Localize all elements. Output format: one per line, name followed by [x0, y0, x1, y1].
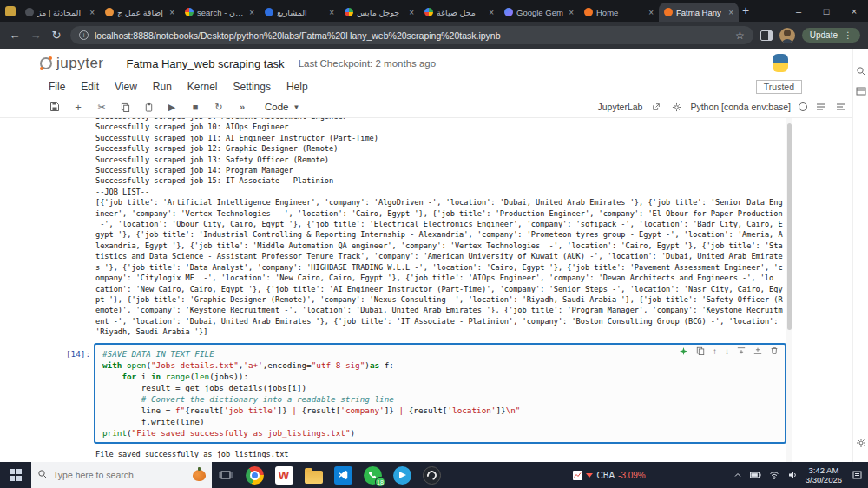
code-line[interactable]: #SAVE DATA IN TEXT FILE [102, 348, 778, 359]
code-line[interactable]: with open("Jobs details.txt",'a+',encodi… [102, 359, 778, 371]
new-tab-button[interactable]: + [742, 3, 749, 17]
taskbar-search-input[interactable] [53, 470, 187, 480]
code-line[interactable]: f.write(line) [102, 416, 778, 427]
menu-edit[interactable]: Edit [81, 81, 99, 93]
notebook-scrollbar[interactable] [786, 118, 792, 462]
action-center-icon[interactable] [852, 470, 864, 481]
insert-cell-above-icon[interactable] [737, 346, 746, 355]
minimize-button[interactable]: – [785, 0, 812, 22]
search-icon[interactable] [856, 66, 866, 76]
command-palette-icon[interactable] [815, 102, 827, 111]
move-cell-up-icon[interactable]: ↑ [713, 346, 717, 356]
insert-cell-below-icon[interactable] [753, 346, 762, 355]
jupyter-logo[interactable]: jupyter [40, 55, 104, 72]
browser-tab-1[interactable]: المحادثة | مز× [20, 3, 100, 22]
menu-kernel[interactable]: Kernel [187, 81, 218, 93]
cut-cells-icon[interactable]: ✂ [95, 102, 108, 113]
view-menu-icon[interactable] [835, 102, 847, 111]
tab-close-icon[interactable]: × [409, 8, 414, 17]
stop-kernel-icon[interactable]: ■ [189, 102, 201, 112]
tab-close-icon[interactable]: × [489, 8, 494, 17]
code-line[interactable]: for i in range(len(jobs)): [102, 371, 778, 382]
tab-close-icon[interactable]: × [89, 8, 95, 17]
move-cell-down-icon[interactable]: ↓ [725, 346, 729, 356]
browser-menu-icon[interactable]: ⋮ [844, 30, 852, 40]
run-cell-icon[interactable]: ▶ [166, 102, 178, 113]
menu-run[interactable]: Run [153, 81, 172, 93]
code-line[interactable]: # Convert the dictionary into a readable… [102, 393, 778, 405]
bookmark-star-icon[interactable]: ☆ [735, 30, 745, 42]
cell-editor[interactable]: #SAVE DATA IN TEXT FILEwith open("Jobs d… [94, 343, 786, 444]
property-inspector-icon[interactable] [856, 87, 866, 96]
back-button[interactable]: ← [8, 29, 22, 42]
battery-icon[interactable] [750, 472, 761, 478]
task-view-button[interactable] [212, 462, 240, 488]
update-button[interactable]: Update ⋮ [802, 28, 860, 43]
code-line[interactable]: result = get_jobs_details(jobs[i]) [102, 382, 778, 393]
refresh-button[interactable]: ↻ [49, 29, 63, 42]
forward-button[interactable]: → [29, 29, 43, 42]
tab-close-icon[interactable]: × [329, 8, 334, 17]
tab-close-icon[interactable]: × [569, 8, 574, 17]
volume-icon[interactable] [787, 470, 798, 480]
paste-cells-icon[interactable] [142, 102, 155, 112]
jupyterlab-link[interactable]: JupyterLab [597, 102, 642, 112]
site-info-icon[interactable]: i [79, 30, 89, 40]
news-stock-widget[interactable]: CBA -3.09% [573, 471, 645, 480]
taskbar-search[interactable] [31, 462, 212, 488]
menu-view[interactable]: View [115, 81, 137, 93]
restart-run-all-icon[interactable]: » [236, 102, 248, 112]
notebook-title[interactable]: Fatma Hany_web scraping task [127, 57, 285, 70]
code-area[interactable]: #SAVE DATA IN TEXT FILEwith open("Jobs d… [102, 348, 778, 439]
code-cell[interactable]: [14]: #SAVE DATA IN TEXT FILEwith open("… [66, 343, 786, 444]
tab-close-icon[interactable]: × [728, 8, 733, 17]
browser-window-icon[interactable] [5, 6, 16, 16]
menu-help[interactable]: Help [286, 81, 308, 93]
tab-close-icon[interactable]: × [169, 8, 174, 17]
address-bar[interactable]: i localhost:8888/notebooks/Desktop/pytho… [70, 26, 753, 44]
hidden-icons-chevron[interactable] [733, 472, 742, 478]
file-explorer-icon[interactable] [299, 462, 328, 488]
browser-tab-3[interactable]: search - كيفان× [180, 3, 260, 22]
browser-tab-9[interactable]: Fatma Hany× [659, 3, 739, 22]
taskbar-clock[interactable]: 3:42 AM 3/30/2026 [806, 465, 842, 485]
restart-kernel-icon[interactable]: ↻ [213, 102, 225, 113]
browser-tab-4[interactable]: المشاريع× [260, 3, 339, 22]
kernel-name[interactable]: Python [conda env:base] [690, 102, 791, 112]
maximize-button[interactable]: □ [812, 0, 840, 22]
obs-app-icon[interactable] [417, 462, 446, 488]
browser-tab-7[interactable]: Google Gem× [499, 3, 579, 22]
vscode-app-icon[interactable] [328, 462, 358, 488]
tab-close-icon[interactable]: × [249, 8, 254, 17]
save-icon[interactable] [49, 102, 61, 112]
side-panel-icon[interactable] [760, 30, 773, 41]
bing-daily-icon[interactable] [193, 470, 206, 481]
duplicate-cell-icon[interactable] [696, 346, 705, 355]
insert-cell-icon[interactable]: + [72, 101, 84, 114]
chrome-app-icon[interactable] [240, 462, 269, 488]
word-app-icon[interactable]: W [269, 462, 299, 488]
settings-gear-icon[interactable] [856, 438, 866, 448]
menu-file[interactable]: File [49, 81, 65, 93]
browser-tab-5[interactable]: جوجل مابس× [339, 3, 419, 22]
start-button[interactable] [0, 462, 31, 488]
tab-close-icon[interactable]: × [648, 8, 654, 17]
code-line[interactable]: line = f"{result['job title']} | {result… [102, 405, 778, 416]
delete-cell-icon[interactable] [770, 346, 779, 355]
menu-settings[interactable]: Settings [233, 81, 271, 93]
code-line[interactable]: print("File saved successfully as job_li… [102, 427, 778, 439]
magic-icon[interactable] [679, 346, 688, 356]
gear-icon[interactable] [670, 102, 682, 112]
browser-tab-2[interactable]: إضافة عمل ج× [100, 3, 180, 22]
browser-tab-8[interactable]: Home× [579, 3, 659, 22]
scrollbar-thumb[interactable] [787, 123, 792, 330]
copy-cells-icon[interactable] [119, 102, 131, 112]
trusted-badge[interactable]: Trusted [756, 80, 802, 94]
wifi-icon[interactable] [769, 470, 779, 480]
profile-avatar[interactable] [779, 28, 795, 43]
browser-tab-6[interactable]: محل صياغة× [419, 3, 499, 22]
cell-type-dropdown[interactable]: Code ▼ [265, 102, 299, 112]
whatsapp-app-icon[interactable]: 18 [358, 462, 387, 488]
close-button[interactable]: × [840, 0, 868, 22]
telegram-app-icon[interactable] [387, 462, 417, 488]
